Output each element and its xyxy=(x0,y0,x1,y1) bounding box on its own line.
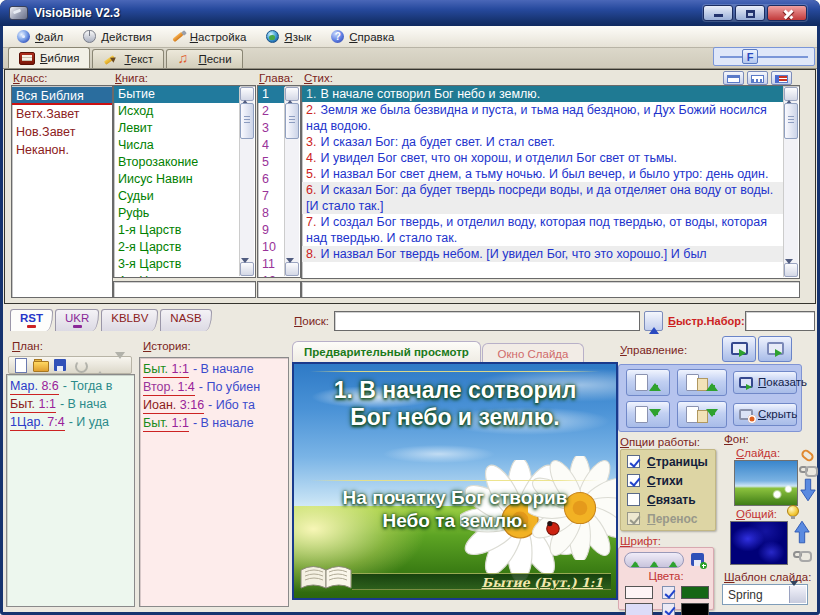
view-dashed-icon[interactable] xyxy=(747,71,768,85)
checkbox-icon[interactable] xyxy=(627,455,640,468)
translation-tab[interactable]: RST xyxy=(10,309,53,331)
view-title-icon[interactable] xyxy=(723,71,744,85)
apply-up-icon[interactable] xyxy=(793,519,811,545)
class-item[interactable]: Вся Библия xyxy=(12,87,112,105)
scroll-down-icon[interactable] xyxy=(240,262,254,276)
scroll-up-icon[interactable] xyxy=(240,87,254,101)
next-slide-button[interactable] xyxy=(677,401,727,428)
apply-down-icon[interactable] xyxy=(799,477,817,503)
checkbox-icon[interactable] xyxy=(627,493,640,506)
scroll-up-icon[interactable] xyxy=(285,87,299,101)
plan-item[interactable]: Мар. 8:6- Тогда в xyxy=(10,377,131,395)
book-item[interactable]: Бытие xyxy=(114,86,240,103)
history-item[interactable]: Быт. 1:1- В начале xyxy=(143,414,285,432)
plan-item[interactable]: Быт. 1:1- В нача xyxy=(10,395,131,413)
book-item[interactable]: Судьи xyxy=(114,188,240,205)
open-folder-icon[interactable] xyxy=(33,358,47,372)
chapter-item[interactable]: 12 xyxy=(258,273,285,278)
history-item[interactable]: Втор. 1:4- По убиен xyxy=(143,378,285,396)
swatch-checkbox-icon[interactable] xyxy=(662,586,675,599)
outline-color-swatch[interactable] xyxy=(681,603,709,615)
book-quick-input[interactable] xyxy=(113,281,256,298)
slide-background-thumbnail[interactable] xyxy=(734,460,798,506)
prev-slide-button[interactable] xyxy=(677,369,727,396)
link-icon[interactable] xyxy=(793,551,802,558)
chapter-item[interactable]: 4 xyxy=(258,137,285,154)
book-scrollbar[interactable] xyxy=(239,87,254,276)
book-item[interactable]: Иисус Навин xyxy=(114,171,240,188)
verse-row[interactable]: 3.И сказал Бог: да будет свет. И стал св… xyxy=(302,134,783,150)
send-to-screen-alt-button[interactable] xyxy=(758,336,792,362)
move-up-icon[interactable] xyxy=(93,358,107,372)
main-tab[interactable]: Песни xyxy=(166,49,242,68)
maximize-button[interactable] xyxy=(735,5,765,21)
verse-row[interactable]: 5.И назвал Бог свет днем, а тьму ночью. … xyxy=(302,166,783,182)
chapter-item[interactable]: 7 xyxy=(258,188,285,205)
font-grow-button[interactable] xyxy=(624,552,684,568)
fill-color-swatch[interactable] xyxy=(625,603,653,615)
prev-page-button[interactable] xyxy=(626,369,670,396)
option-checkbox-row[interactable]: Связать xyxy=(625,491,715,510)
verse-row[interactable]: 7.И создал Бог твердь, и отделил воду, к… xyxy=(302,214,783,246)
swatch-checkbox-icon[interactable] xyxy=(662,603,675,615)
scroll-down-icon[interactable] xyxy=(285,262,299,276)
chapter-item[interactable]: 11 xyxy=(258,256,285,273)
quick-entry-input[interactable] xyxy=(745,311,815,331)
slide-template-select[interactable]: Spring xyxy=(722,584,808,605)
translation-tab[interactable]: KBLBV xyxy=(101,309,158,331)
verse-row[interactable]: 1.В начале сотворил Бог небо и землю. xyxy=(302,86,783,102)
verse-scrollbar[interactable] xyxy=(783,87,798,277)
book-item[interactable]: 2-я Царств xyxy=(114,239,240,256)
book-item[interactable]: Исход xyxy=(114,103,240,120)
fill-color-swatch[interactable] xyxy=(625,586,653,599)
minimize-button[interactable] xyxy=(703,5,733,21)
chapter-item[interactable]: 6 xyxy=(258,171,285,188)
book-item[interactable]: Второзаконие xyxy=(114,154,240,171)
class-item[interactable]: Нов.Завет xyxy=(12,123,112,141)
tab-slide-window[interactable]: Окно Слайда xyxy=(482,343,584,362)
menu-item[interactable]: Справка xyxy=(323,28,402,45)
link-icon[interactable] xyxy=(799,466,808,473)
book-item[interactable]: 1-я Царств xyxy=(114,222,240,239)
book-item[interactable]: 3-я Царств xyxy=(114,256,240,273)
scrollbar-thumb[interactable] xyxy=(240,103,254,139)
menu-item[interactable]: Файл xyxy=(9,28,71,45)
chapter-item[interactable]: 2 xyxy=(258,103,285,120)
history-item[interactable]: Быт. 1:1- В начале xyxy=(143,360,285,378)
next-page-button[interactable] xyxy=(626,401,670,428)
scroll-down-icon[interactable] xyxy=(784,263,798,277)
menu-item[interactable]: Настройка xyxy=(164,28,255,45)
chapter-item[interactable]: 5 xyxy=(258,154,285,171)
save-doc-icon[interactable] xyxy=(53,358,67,372)
dropdown-arrow-icon[interactable] xyxy=(789,586,806,603)
move-down-icon[interactable] xyxy=(113,358,127,372)
verse-row[interactable]: 4.И увидел Бог свет, что он хорош, и отд… xyxy=(302,150,783,166)
class-item[interactable]: Ветх.Завет xyxy=(12,105,112,123)
book-item[interactable]: 4-я Царств xyxy=(114,273,240,278)
menu-item[interactable]: Действия xyxy=(75,28,159,45)
scrollbar-thumb[interactable] xyxy=(285,103,299,139)
search-input[interactable] xyxy=(334,311,640,331)
tab-preview[interactable]: Предварительный просмотр xyxy=(292,341,481,362)
undo-gray-icon[interactable] xyxy=(73,358,87,372)
view-list-icon[interactable] xyxy=(771,71,792,85)
chapter-item[interactable]: 1 xyxy=(258,86,285,103)
show-button[interactable]: Показать xyxy=(733,371,797,394)
chapter-item[interactable]: 9 xyxy=(258,222,285,239)
verse-row[interactable]: 2.Земля же была безвидна и пуста, и тьма… xyxy=(302,102,783,134)
checkbox-icon[interactable] xyxy=(627,512,640,525)
option-checkbox-row[interactable]: Стихи xyxy=(625,472,715,491)
lightbulb-icon[interactable] xyxy=(787,505,799,517)
chapter-scrollbar[interactable] xyxy=(284,87,299,276)
menu-item[interactable]: Язык xyxy=(258,28,319,45)
verse-quick-input[interactable] xyxy=(301,281,800,298)
book-item[interactable]: Левит xyxy=(114,120,240,137)
slider-handle[interactable]: F xyxy=(742,49,758,64)
translation-tab[interactable]: UKR xyxy=(55,309,99,331)
scroll-up-icon[interactable] xyxy=(784,87,798,101)
main-tab[interactable]: Библия xyxy=(8,47,90,68)
verse-row[interactable]: 6.И сказал Бог: да будет твердь посреди … xyxy=(302,182,783,214)
chapter-item[interactable]: 8 xyxy=(258,205,285,222)
translation-tab[interactable]: NASB xyxy=(160,309,211,331)
option-checkbox-row[interactable]: Страницы xyxy=(625,453,715,472)
